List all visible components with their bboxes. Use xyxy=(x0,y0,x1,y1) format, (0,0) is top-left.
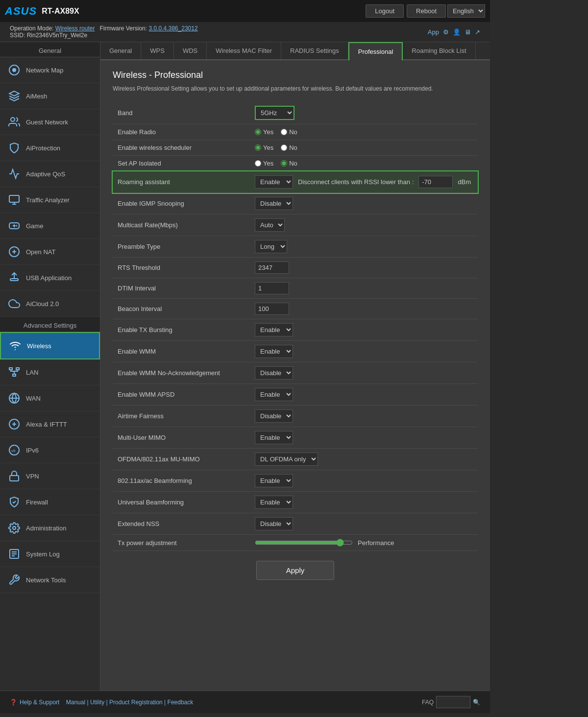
sidebar-label-guest-network: Guest Network xyxy=(26,119,68,126)
value-wmm-no-ack: Disable Enable xyxy=(250,362,478,384)
scheduler-yes[interactable]: Yes xyxy=(255,144,273,151)
sidebar-label-administration: Administration xyxy=(26,525,66,532)
tx-power-slider-wrap: Performance xyxy=(255,539,473,547)
sidebar-item-lan[interactable]: LAN xyxy=(0,359,100,385)
universal-bf-select[interactable]: Enable Disable xyxy=(255,496,293,509)
mu-mimo-select[interactable]: Enable Disable xyxy=(255,431,293,444)
reboot-button[interactable]: Reboot xyxy=(407,4,446,18)
scheduler-no[interactable]: No xyxy=(281,144,297,151)
scheduler-radio-no[interactable] xyxy=(281,144,287,151)
sidebar-item-system-log[interactable]: System Log xyxy=(0,541,100,567)
tab-wps[interactable]: WPS xyxy=(141,42,174,59)
igmp-select[interactable]: Disable Enable xyxy=(255,197,293,210)
tab-professional[interactable]: Professional xyxy=(348,42,403,60)
settings-icon[interactable]: ⚙ xyxy=(443,28,449,36)
sidebar-item-guest-network[interactable]: Guest Network xyxy=(0,109,100,135)
roaming-rssi-input[interactable]: -70 xyxy=(418,176,453,188)
sidebar-item-network-tools[interactable]: Network Tools xyxy=(0,567,100,593)
beamforming-select[interactable]: Enable Disable xyxy=(255,474,293,487)
footer-link-feedback[interactable]: Feedback xyxy=(168,699,194,706)
roaming-select[interactable]: Enable Disable xyxy=(255,175,293,189)
wireless-icon xyxy=(8,339,22,353)
sidebar-item-aicloud[interactable]: AiCloud 2.0 xyxy=(0,291,100,317)
firmware-value[interactable]: 3.0.0.4.386_23012 xyxy=(148,25,197,32)
sidebar-label-open-nat: Open NAT xyxy=(26,248,55,256)
label-enable-radio: Enable Radio xyxy=(113,124,250,140)
tx-power-slider[interactable] xyxy=(255,539,353,547)
ap-isolated-yes[interactable]: Yes xyxy=(255,160,273,167)
sidebar-item-firewall[interactable]: Firewall xyxy=(0,489,100,515)
operation-mode-value[interactable]: Wireless router xyxy=(55,25,95,32)
beacon-input[interactable]: 100 xyxy=(255,303,289,315)
preamble-select[interactable]: Long Short xyxy=(255,240,287,253)
row-wireless-scheduler: Enable wireless scheduler Yes No xyxy=(113,140,478,156)
sidebar-item-wan[interactable]: WAN xyxy=(0,385,100,411)
sidebar-item-network-map[interactable]: Network Map xyxy=(0,57,100,83)
user-icon[interactable]: 👤 xyxy=(453,28,461,36)
wmm-select[interactable]: Enable Disable xyxy=(255,345,293,358)
sidebar-item-traffic-analyzer[interactable]: Traffic Analyzer xyxy=(0,187,100,213)
radio-yes[interactable] xyxy=(255,129,261,135)
faq-search-icon[interactable]: 🔍 xyxy=(473,699,480,706)
footer-link-utility[interactable]: Utility xyxy=(90,699,104,706)
sidebar-item-wireless[interactable]: Wireless xyxy=(0,332,100,359)
roaming-controls: Enable Disable Disconnect clients with R… xyxy=(255,175,473,189)
row-multicast-rate: Multicast Rate(Mbps) Auto 125.5 xyxy=(113,215,478,236)
sidebar-item-aimesh[interactable]: AiMesh xyxy=(0,83,100,109)
sidebar-item-administration[interactable]: Administration xyxy=(0,515,100,541)
scheduler-radio-yes[interactable] xyxy=(255,144,261,151)
wmm-apsd-select[interactable]: Enable Disable xyxy=(255,388,293,401)
enable-radio-yes[interactable]: Yes xyxy=(255,128,273,136)
ap-isolated-radio-yes[interactable] xyxy=(255,160,261,167)
rts-input[interactable]: 2347 xyxy=(255,262,289,274)
sidebar-item-adaptive-qos[interactable]: Adaptive QoS xyxy=(0,161,100,187)
row-tx-power: Tx power adjustment Performance xyxy=(113,535,478,551)
tx-bursting-select[interactable]: Enable Disable xyxy=(255,323,293,336)
multicast-select[interactable]: Auto 125.5 xyxy=(255,218,285,232)
sidebar-item-ipv6[interactable]: v6 IPv6 xyxy=(0,437,100,463)
ap-isolated-no[interactable]: No xyxy=(281,160,297,167)
radio-no[interactable] xyxy=(281,129,287,135)
tab-radius-settings[interactable]: RADIUS Settings xyxy=(281,42,348,59)
system-log-icon xyxy=(7,547,21,561)
open-nat-icon xyxy=(7,245,21,259)
guest-network-icon xyxy=(7,115,21,129)
tab-roaming-block-list[interactable]: Roaming Block List xyxy=(403,42,475,59)
sidebar-item-open-nat[interactable]: Open NAT xyxy=(0,239,100,265)
sidebar-item-vpn[interactable]: VPN xyxy=(0,463,100,489)
screen-icon[interactable]: 🖥 xyxy=(465,28,471,36)
page-title: Wireless - Professional xyxy=(113,70,478,80)
ap-isolated-radio-no[interactable] xyxy=(281,160,287,167)
network-map-icon xyxy=(7,63,21,77)
row-dtim-interval: DTIM Interval 1 xyxy=(113,278,478,299)
wmm-no-ack-select[interactable]: Disable Enable xyxy=(255,366,293,380)
ofdma-select[interactable]: DL OFDMA only Disable Enable xyxy=(255,453,318,466)
extended-nss-select[interactable]: Disable Enable xyxy=(255,517,293,530)
enable-radio-no[interactable]: No xyxy=(281,128,297,136)
band-select[interactable]: 2.4GHz 5GHz 6GHz xyxy=(256,107,294,119)
logout-button[interactable]: Logout xyxy=(366,4,404,18)
tab-bar: General WPS WDS Wireless MAC Filter RADI… xyxy=(100,42,490,60)
value-preamble-type: Long Short xyxy=(250,236,478,258)
footer-link-product-registration[interactable]: Product Registration xyxy=(109,699,163,706)
tab-wireless-mac-filter[interactable]: Wireless MAC Filter xyxy=(207,42,281,59)
tab-general[interactable]: General xyxy=(100,42,141,59)
sidebar-item-usb-application[interactable]: USB Application xyxy=(0,265,100,291)
label-mu-mimo: Multi-User MIMO xyxy=(113,427,250,449)
language-select[interactable]: English xyxy=(447,4,485,18)
sidebar-item-alexa-ifttt[interactable]: Alexa & IFTTT xyxy=(0,411,100,437)
share-icon[interactable]: ↗ xyxy=(475,28,480,36)
faq-input[interactable] xyxy=(436,696,470,708)
dtim-input[interactable]: 1 xyxy=(255,282,289,294)
general-section-title: General xyxy=(0,42,100,57)
label-wireless-scheduler: Enable wireless scheduler xyxy=(113,140,250,156)
sidebar-item-game[interactable]: Game xyxy=(0,213,100,239)
airtime-select[interactable]: Disable Enable xyxy=(255,409,293,423)
apply-button[interactable]: Apply xyxy=(256,561,335,580)
footer-link-manual[interactable]: Manual xyxy=(66,699,85,706)
ssid-value: Rin2346V5nTry_Wel2e xyxy=(27,32,87,39)
svg-rect-3 xyxy=(9,195,19,202)
sidebar-item-aiprotection[interactable]: AiProtection xyxy=(0,135,100,161)
svg-point-12 xyxy=(15,349,16,350)
tab-wds[interactable]: WDS xyxy=(174,42,207,59)
